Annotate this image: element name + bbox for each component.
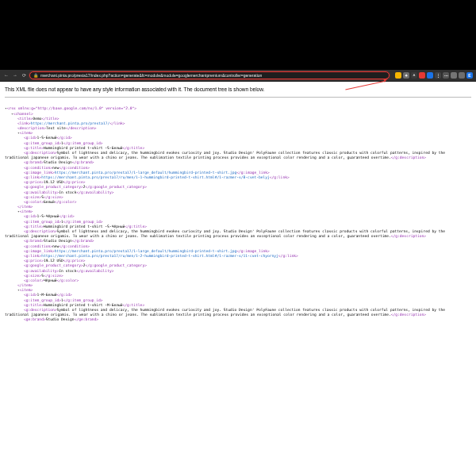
- xml-open: <g:availability>: [24, 190, 59, 194]
- xml-text: Studio Design: [44, 239, 72, 243]
- xml-open: <g:link>: [24, 254, 41, 258]
- xml-close: </g:google_product_category>: [85, 263, 146, 267]
- xml-close: </g:size>: [44, 195, 63, 199]
- xml-text: Studio Design: [44, 160, 72, 164]
- xml-open: <g:google_product_category>: [24, 185, 83, 189]
- lock-icon: 🔒: [33, 73, 38, 78]
- xml-text: 1-S-Чёрный: [37, 214, 60, 218]
- xml-close: </title>: [41, 117, 59, 121]
- xml-open: <g:id>: [24, 293, 37, 297]
- ext-icon[interactable]: ^: [411, 72, 417, 79]
- xml-open: <g:price>: [24, 180, 44, 184]
- xml-text: Test site: [46, 126, 66, 130]
- xml-text: 1-M-Белый: [37, 293, 57, 297]
- ext-icon[interactable]: [451, 72, 457, 79]
- xml-text: 1-S-Белый: [37, 136, 57, 140]
- xml-item-close: </item>: [17, 205, 33, 209]
- xml-text: 19.12 USD: [44, 180, 63, 184]
- xml-text: https://merchant.pinta.pro/presta17/ru/m…: [41, 254, 278, 258]
- xml-open: <g:item_group_id>: [24, 141, 61, 145]
- xml-close: </g:title>: [125, 225, 147, 228]
- xml-item: <item>: [20, 131, 33, 135]
- xml-close: </g:link>: [270, 175, 290, 179]
- xml-close: </g:color>: [57, 278, 79, 282]
- xml-text: Demo: [33, 117, 41, 121]
- address-bar[interactable]: 🔒 merchant.pinta.pro/presta17/index.php?…: [29, 71, 390, 79]
- ext-icon[interactable]: [419, 72, 425, 79]
- xml-open: <g:description>: [24, 308, 57, 312]
- xml-close: </g:condition>: [59, 166, 90, 170]
- xml-close: </description>: [66, 126, 97, 130]
- xml-text: Белый: [44, 200, 55, 204]
- xml-open: <g:condition>: [24, 166, 52, 170]
- xml-text: https://merchant.pinta.pro/presta17/ru/m…: [41, 175, 270, 179]
- xml-close: </g:google_product_category>: [85, 185, 146, 189]
- xml-open: <description>: [17, 126, 46, 130]
- xml-text: Symbol of lightness and delicacy, the hu…: [5, 151, 447, 159]
- xml-open: <g:image_link>: [24, 249, 55, 253]
- ext-icon[interactable]: ⋮: [435, 72, 441, 79]
- xml-open: <g:id>: [24, 214, 37, 218]
- xml-open: <g:description>: [24, 229, 57, 233]
- xml-channel: <channel>: [13, 112, 33, 116]
- xml-text: Symbol of lightness and delicacy, the hu…: [5, 229, 447, 238]
- reload-button[interactable]: ⟳: [21, 72, 27, 79]
- xml-open: <g:link>: [24, 175, 41, 179]
- xml-close: </g:item_group_id>: [63, 220, 103, 224]
- xml-close: </g:description>: [391, 234, 426, 238]
- ext-icon[interactable]: [459, 72, 465, 79]
- xml-open: <g:id>: [24, 136, 37, 140]
- xml-close: </g:price>: [63, 259, 86, 263]
- xml-open: <g:size>: [24, 195, 41, 199]
- xml-close: </link>: [109, 121, 125, 125]
- page-content: This XML file does not appear to have an…: [0, 82, 476, 332]
- xml-close: </g:condition>: [59, 244, 90, 248]
- ext-icon[interactable]: ✦: [403, 72, 409, 79]
- xml-text: https://merchant.pinta.pro/presta17/1-la…: [55, 171, 237, 175]
- xml-close: </g:brand>: [72, 160, 94, 164]
- xml-text: Hummingbird printed t-shirt -S-Белый: [44, 146, 123, 150]
- ext-icon[interactable]: ⋯: [443, 72, 449, 79]
- bottom-whitespace: [0, 332, 476, 476]
- xml-tree: ▾<rss xmlns:g="http://base.google.com/ns…: [5, 102, 471, 328]
- ext-icon[interactable]: [427, 72, 433, 79]
- xml-root: <rss xmlns:g="http://base.google.com/ns/…: [7, 106, 136, 110]
- xml-open: <ge:brand>: [24, 317, 46, 321]
- xml-text: Hummingbird printed t-shirt -M-Белый: [44, 303, 123, 307]
- window-top-blackbar: [0, 0, 476, 70]
- xml-close: </ge:brand>: [75, 317, 98, 321]
- extension-icons: ✦ ^ ⋮ ⋯ E: [392, 72, 473, 79]
- xml-open: <g:image_link>: [24, 171, 55, 175]
- xml-close: </g:price>: [63, 180, 86, 184]
- xml-open: <g:google_product_category>: [24, 263, 83, 267]
- xml-no-style-notice: This XML file does not appear to have an…: [5, 86, 471, 93]
- xml-open: <g:title>: [24, 146, 44, 150]
- xml-open: <g:brand>: [24, 239, 44, 243]
- xml-close: </g:color>: [55, 200, 77, 204]
- xml-open: <g:price>: [24, 259, 44, 263]
- notice-separator: [5, 97, 471, 98]
- xml-open: <g:description>: [24, 151, 57, 155]
- xml-open: <title>: [17, 117, 33, 121]
- xml-close: </g:image_link>: [236, 249, 270, 253]
- back-button[interactable]: ←: [3, 72, 10, 79]
- xml-open: <g:size>: [24, 274, 41, 278]
- xml-open: <link>: [17, 121, 31, 125]
- xml-close: </g:description>: [391, 155, 426, 159]
- xml-open: <g:condition>: [24, 244, 52, 248]
- xml-text: In stock: [59, 269, 76, 273]
- xml-open: <g:availability>: [24, 269, 59, 273]
- xml-close: </g:availability>: [76, 269, 113, 273]
- forward-button[interactable]: →: [12, 72, 18, 79]
- xml-open: <g:brand>: [24, 160, 44, 164]
- xml-close: </g:item_group_id>: [63, 141, 103, 145]
- xml-close: </g:title>: [122, 146, 144, 150]
- ext-icon[interactable]: E: [466, 72, 473, 79]
- xml-close: </g:availability>: [76, 190, 113, 194]
- xml-open: <g:title>: [24, 303, 44, 307]
- address-bar-url: merchant.pinta.pro/presta17/index.php?ac…: [40, 73, 262, 78]
- xml-text: Studio Design: [46, 317, 75, 321]
- xml-close: </g:title>: [122, 303, 144, 307]
- ext-icon[interactable]: [395, 72, 401, 79]
- xml-text: In stock: [59, 190, 76, 194]
